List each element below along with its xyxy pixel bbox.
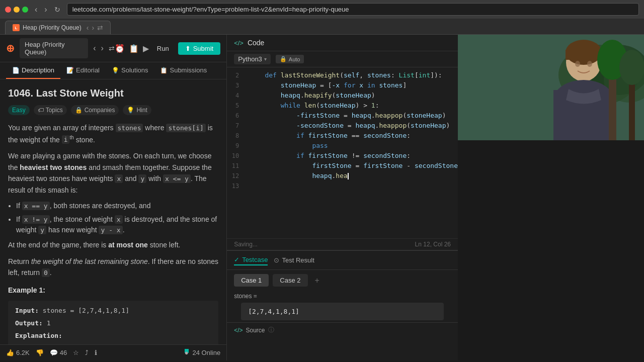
line-num-13: 13 (227, 182, 247, 190)
problem-number: 1046 (8, 87, 31, 99)
description-content: 1046. Last Stone Weight Easy 🏷 Topics 🔒 … (0, 79, 226, 344)
likes-count: 6.2K (16, 349, 30, 356)
thumbs-down-icon: 👎 (36, 349, 44, 356)
lang-label: Python3 (238, 55, 262, 63)
dislikes-button[interactable]: 👎 (36, 349, 44, 356)
hint-button[interactable]: 💡 Hint (123, 105, 151, 115)
pending-icon: ⊙ (274, 256, 279, 264)
submissions-tab-label: Submissions (170, 66, 207, 74)
comment-icon: 💬 (50, 349, 58, 356)
editorial-icon: 📝 (66, 67, 74, 74)
testcase-tab-label: Testcase (242, 256, 268, 263)
close-dot[interactable] (5, 7, 11, 13)
right-container: </> Code Python3 ▾ 🔒 Auto 2 (227, 35, 644, 360)
comments-button[interactable]: 💬 46 (50, 349, 67, 356)
problem-title-select[interactable]: Heap (Priority Queue) (20, 38, 88, 58)
line-num-4: 4 (227, 92, 247, 99)
testcase-tab[interactable]: ✓ Testcase (234, 255, 268, 265)
submit-button[interactable]: ⬆ Submit (178, 42, 220, 55)
desc-para-4: Return the weight of the last remaining … (8, 256, 218, 279)
language-selector[interactable]: Python3 ▾ (234, 54, 271, 64)
case-2-button[interactable]: Case 2 (273, 274, 307, 287)
browser-tab[interactable]: L Heap (Priority Queue) ‹ › ⇄ (5, 21, 111, 34)
browser-nav-buttons: ‹ › ↻ (32, 4, 63, 15)
test-result-tab[interactable]: ⊙ Test Result (274, 255, 314, 265)
rules-list: If x == y, both stones are destroyed, an… (16, 201, 218, 235)
test-cases-row: Case 1 Case 2 + (227, 270, 458, 291)
line-content-5: while len(stoneHeap) > 1: (247, 102, 458, 109)
stones-input[interactable]: [2,7,4,1,8,1] (241, 303, 444, 320)
tab-submissions[interactable]: 📋 Submissions (154, 62, 213, 79)
code-y: y (138, 174, 146, 183)
nav-tabs: 📄 Description 📝 Editorial 💡 Solutions 📋 … (0, 62, 226, 79)
tab-shuffle[interactable]: ⇄ (97, 24, 103, 32)
shuffle-icon[interactable]: ⇄ (109, 44, 115, 52)
hint-label: Hint (136, 107, 147, 114)
refresh-button[interactable]: ↻ (52, 5, 63, 15)
code-line-10: 10 if firstStone != secondStone: (227, 152, 458, 162)
minimize-dot[interactable] (14, 7, 20, 13)
share-button[interactable]: ⤴ (85, 349, 89, 356)
topics-button[interactable]: 🏷 Topics (34, 105, 67, 115)
desc-para-1: You are given an array of integers stone… (8, 122, 218, 145)
note-icon[interactable]: 📋 (129, 44, 139, 53)
tab-solutions[interactable]: 💡 Solutions (106, 62, 154, 79)
tab-nav-prev[interactable]: ‹ (87, 24, 89, 32)
tab-nav-next[interactable]: › (92, 24, 94, 32)
code-toolbar: Python3 ▾ 🔒 Auto (227, 51, 458, 67)
source-info-icon[interactable]: ⓘ (268, 326, 274, 334)
line-content-11: firstStone = firstStone - secondStone (247, 162, 458, 169)
chevron-down-icon: ▾ (264, 56, 267, 62)
tab-editorial[interactable]: 📝 Editorial (60, 62, 106, 79)
chevron-prev-icon[interactable]: ‹ (93, 44, 96, 53)
code-i: i (62, 135, 70, 144)
back-button[interactable]: ‹ (32, 4, 40, 15)
code-xleqy: x <= y (163, 174, 191, 183)
stones-label: stones = (234, 293, 451, 300)
info-icon: ℹ (95, 349, 97, 356)
svg-point-7 (575, 61, 580, 67)
code-stones: stones (116, 124, 143, 132)
online-indicator: ● (185, 349, 189, 353)
code-line-6: 6 -firstStone = heapq.heappop(stoneHeap) (227, 112, 458, 122)
online-count: 24 Online (192, 349, 220, 356)
companies-button[interactable]: 🔒 Companies (71, 105, 119, 115)
upload-icon: ⬆ (185, 45, 191, 52)
line-content-4: heapq.heapify(stoneHeap) (247, 92, 458, 99)
maximize-dot[interactable] (22, 7, 28, 13)
test-input-area: stones = [2,7,4,1,8,1] (227, 291, 458, 322)
likes-button[interactable]: 👍 6.2K (6, 349, 30, 356)
source-bar: </> Source ⓘ (227, 322, 458, 337)
submit-label: Submit (193, 45, 213, 52)
line-num-10: 10 (227, 152, 247, 159)
cursor-position: Ln 12, Col 26 (415, 241, 451, 248)
info-button[interactable]: ℹ (95, 349, 97, 356)
line-num-11: 11 (227, 162, 247, 169)
code-line-5: 5 while len(stoneHeap) > 1: (227, 102, 458, 112)
code-line-4: 4 heapq.heapify(stoneHeap) (227, 92, 458, 102)
line-content-6: -firstStone = heapq.heappop(stoneHeap) (247, 112, 458, 119)
tab-description[interactable]: 📄 Description (6, 62, 60, 79)
desc-para-3: At the end of the game, there is at most… (8, 239, 218, 250)
alarm-icon[interactable]: ⏰ (115, 44, 125, 53)
add-case-button[interactable]: + (312, 275, 323, 286)
svg-point-8 (587, 61, 592, 67)
lc-logo: ⊕ (6, 42, 15, 54)
bookmark-button[interactable]: ☆ (73, 349, 79, 356)
footer-left: 👍 6.2K 👎 💬 46 ☆ ⤴ ℹ (6, 349, 97, 356)
tab-bar: L Heap (Priority Queue) ‹ › ⇄ (0, 19, 644, 34)
code-editor[interactable]: 2 def lastStoneWeight(self, stones: List… (227, 67, 458, 238)
run-button[interactable]: Run (152, 42, 174, 55)
line-content-12: heapq.hea (247, 172, 458, 179)
forward-button[interactable]: › (42, 4, 49, 15)
code-line-3: 3 stoneHeap = [-x for x in stones] (227, 81, 458, 92)
source-bracket-icon: </> (234, 327, 243, 334)
source-label: Source (246, 327, 265, 334)
address-bar[interactable]: leetcode.com/problems/last-stone-weight/… (67, 3, 639, 16)
line-content-3: stoneHeap = [-x for x in stones] (247, 81, 458, 89)
case-1-button[interactable]: Case 1 (234, 274, 269, 287)
chevron-next-icon[interactable]: › (101, 44, 103, 53)
code-title: Code (248, 39, 264, 47)
line-num-7: 7 (227, 122, 247, 129)
code-header: </> Code (227, 35, 458, 51)
